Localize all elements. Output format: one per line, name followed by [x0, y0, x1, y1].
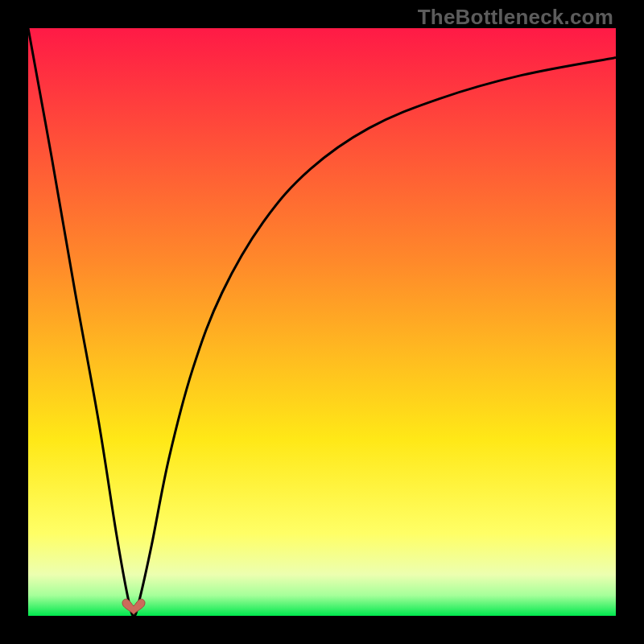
bottleneck-curve: [28, 28, 616, 616]
optimum-marker: [119, 598, 148, 616]
chart-frame: TheBottleneck.com: [0, 0, 644, 644]
watermark-text: TheBottleneck.com: [418, 5, 613, 30]
plot-area: [28, 28, 616, 616]
